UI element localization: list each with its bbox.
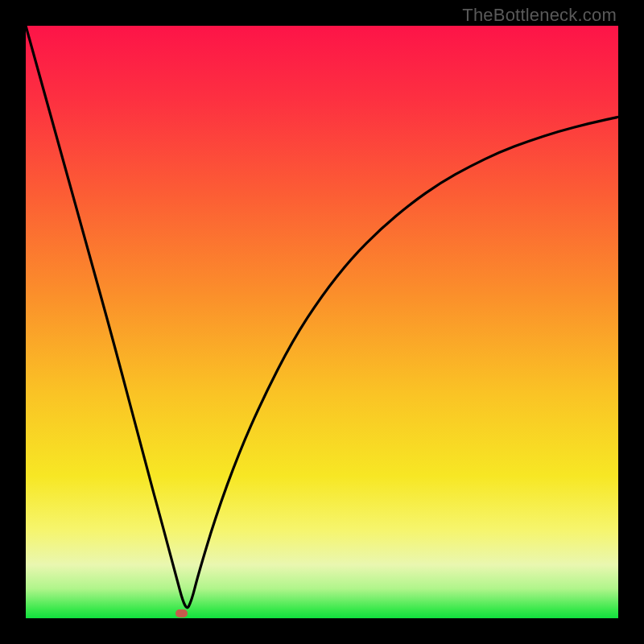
plot-area [26,26,618,618]
chart-frame: TheBottleneck.com [0,0,644,644]
minimum-marker [175,609,188,617]
curve-path [26,26,618,608]
attribution-text: TheBottleneck.com [462,5,617,26]
bottleneck-curve [26,26,618,618]
